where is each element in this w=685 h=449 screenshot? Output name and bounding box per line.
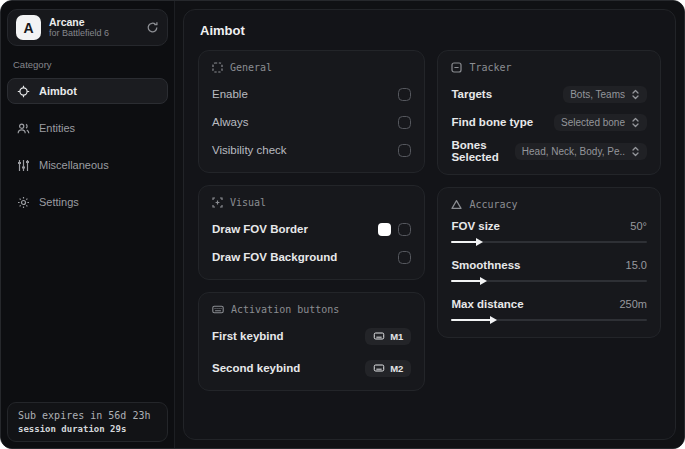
- subscription-info: Sub expires in 56d 23h session duration …: [7, 402, 168, 442]
- setting-row: FOV size 50°: [451, 220, 647, 248]
- setting-label: FOV size: [451, 220, 500, 232]
- slider-value: 250m: [619, 298, 647, 310]
- setting-row: First keybind M1: [212, 325, 411, 347]
- slider-value: 15.0: [626, 259, 647, 271]
- slider-thumb[interactable]: [476, 238, 483, 246]
- sub-expires-text: Sub expires in 56d 23h: [18, 410, 157, 421]
- sidebar-item-label: Entities: [39, 122, 75, 134]
- card-title: Accuracy: [469, 199, 517, 210]
- sidebar-item-entities[interactable]: Entities: [7, 115, 168, 141]
- max-distance-slider[interactable]: [451, 314, 647, 326]
- slider-thumb[interactable]: [480, 277, 487, 285]
- setting-row: Second keybind M2: [212, 357, 411, 379]
- setting-row: Draw FOV Border: [212, 218, 411, 240]
- unfold-icon: [631, 89, 640, 100]
- setting-label: First keybind: [212, 330, 284, 342]
- card-title: Visual: [230, 197, 266, 208]
- sidebar-item-settings[interactable]: Settings: [7, 189, 168, 215]
- gear-icon: [17, 196, 30, 209]
- setting-label: Second keybind: [212, 362, 300, 374]
- brand-subtitle: for Battlefield 6: [49, 28, 138, 38]
- draw-fov-background-checkbox[interactable]: [398, 251, 411, 264]
- category-label: Category: [13, 59, 168, 70]
- card-title: Tracker: [469, 62, 511, 73]
- sliders-icon: [17, 159, 30, 172]
- card-title: Activation buttons: [231, 304, 339, 315]
- targets-dropdown[interactable]: Bots, Teams: [563, 86, 647, 103]
- dashed-square-icon: [212, 62, 223, 73]
- setting-label: Max distance: [451, 298, 523, 310]
- keybind-value: M1: [390, 331, 403, 342]
- square-minus-icon: [451, 62, 462, 73]
- main-panel: Aimbot General Enable: [183, 9, 676, 440]
- card-title: General: [230, 62, 272, 73]
- sidebar-item-label: Settings: [39, 196, 79, 208]
- setting-row: Always: [212, 111, 411, 133]
- fov-border-color-swatch[interactable]: [378, 223, 391, 236]
- setting-label: Targets: [451, 88, 492, 100]
- brand-name: Arcane: [49, 16, 138, 28]
- dropdown-value: Selected bone: [561, 117, 625, 128]
- app-logo: A: [16, 15, 41, 40]
- setting-label: Visibility check: [212, 144, 287, 156]
- first-keybind-button[interactable]: M1: [365, 328, 411, 345]
- app-window: A Arcane for Battlefield 6 Category: [0, 0, 685, 449]
- keybind-value: M2: [390, 363, 403, 374]
- setting-label: Draw FOV Border: [212, 223, 308, 235]
- setting-label: Smoothness: [451, 259, 520, 271]
- setting-row: Enable: [212, 83, 411, 105]
- visual-card: Visual Draw FOV Border Draw FOV Backgrou…: [198, 185, 425, 280]
- slider-value: 50°: [630, 220, 647, 232]
- keyboard-icon: [212, 304, 224, 315]
- always-checkbox[interactable]: [398, 116, 411, 129]
- setting-row: Visibility check: [212, 139, 411, 161]
- keyboard-icon: [373, 331, 385, 341]
- second-keybind-button[interactable]: M2: [365, 360, 411, 377]
- brand-card: A Arcane for Battlefield 6: [7, 9, 168, 46]
- dropdown-value: Head, Neck, Body, Pe..: [522, 146, 625, 157]
- setting-label: Draw FOV Background: [212, 251, 337, 263]
- sidebar-item-label: Miscellaneous: [39, 159, 109, 171]
- enable-checkbox[interactable]: [398, 88, 411, 101]
- draw-fov-border-checkbox[interactable]: [398, 223, 411, 236]
- crosshair-icon: [17, 85, 30, 98]
- setting-row: Smoothness 15.0: [451, 259, 647, 287]
- setting-row: Max distance 250m: [451, 298, 647, 326]
- tracker-card: Tracker Targets Bots, Teams: [437, 50, 661, 175]
- bones-selected-dropdown[interactable]: Head, Neck, Body, Pe..: [515, 143, 647, 160]
- main-area: Aimbot General Enable: [175, 1, 684, 448]
- triangle-icon: [451, 199, 462, 210]
- users-icon: [17, 122, 30, 135]
- sidebar-nav: Aimbot Entities: [7, 78, 168, 220]
- unfold-icon: [631, 146, 640, 157]
- page-title: Aimbot: [200, 23, 661, 38]
- setting-label: Enable: [212, 88, 248, 100]
- setting-row: Draw FOV Background: [212, 246, 411, 268]
- slider-thumb[interactable]: [490, 316, 497, 324]
- frame-plus-icon: [212, 197, 223, 208]
- setting-row: Find bone type Selected bone: [451, 111, 647, 133]
- fov-size-slider[interactable]: [451, 236, 647, 248]
- refresh-icon[interactable]: [146, 21, 159, 34]
- keyboard-icon: [373, 363, 385, 373]
- sidebar-item-aimbot[interactable]: Aimbot: [7, 78, 168, 104]
- general-card: General Enable Always Visibility check: [198, 50, 425, 173]
- setting-row: Bones Selected Head, Neck, Body, Pe..: [451, 139, 647, 163]
- setting-label: Find bone type: [451, 116, 533, 128]
- smoothness-slider[interactable]: [451, 275, 647, 287]
- accuracy-card: Accuracy FOV size 50°: [437, 187, 661, 338]
- setting-row: Targets Bots, Teams: [451, 83, 647, 105]
- setting-label: Always: [212, 116, 248, 128]
- unfold-icon: [631, 117, 640, 128]
- find-bone-type-dropdown[interactable]: Selected bone: [554, 114, 647, 131]
- dropdown-value: Bots, Teams: [570, 89, 625, 100]
- setting-label: Bones Selected: [451, 139, 514, 163]
- sidebar-item-miscellaneous[interactable]: Miscellaneous: [7, 152, 168, 178]
- sidebar: A Arcane for Battlefield 6 Category: [1, 1, 175, 448]
- activation-card: Activation buttons First keybind M1: [198, 292, 425, 391]
- sidebar-item-label: Aimbot: [39, 85, 77, 97]
- session-duration-text: session duration 29s: [18, 424, 157, 434]
- visibility-check-checkbox[interactable]: [398, 144, 411, 157]
